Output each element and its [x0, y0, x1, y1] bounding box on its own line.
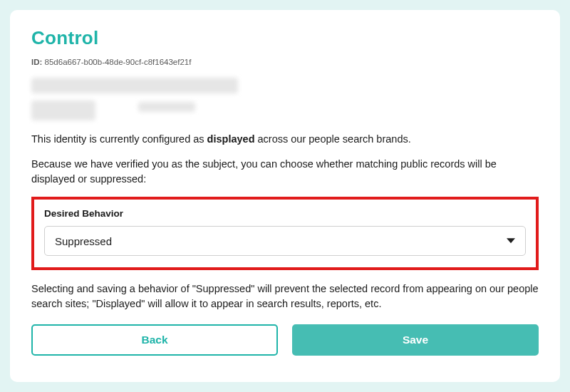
instruction-text: Because we have verified you as the subj… — [31, 157, 539, 187]
id-value: 85d6a667-b00b-48de-90cf-c8f1643ef21f — [45, 58, 192, 66]
status-text: This identity is currently configured as… — [31, 132, 539, 147]
chevron-down-icon — [507, 238, 515, 243]
control-card: Control ID: 85d6a667-b00b-48de-90cf-c8f1… — [10, 10, 560, 382]
redacted-detail-2 — [138, 102, 195, 112]
redacted-identity-block — [31, 78, 539, 120]
desired-behavior-section: Desired Behavior Suppressed — [31, 197, 539, 270]
redacted-name — [31, 78, 238, 93]
button-row: Back Save — [31, 324, 539, 356]
status-bold: displayed — [207, 133, 255, 145]
desired-behavior-label: Desired Behavior — [44, 208, 526, 219]
desired-behavior-select[interactable]: Suppressed — [44, 226, 526, 256]
help-text: Selecting and saving a behavior of "Supp… — [31, 282, 539, 311]
page-title: Control — [31, 27, 539, 49]
back-button[interactable]: Back — [31, 324, 278, 356]
desired-behavior-selected-value: Suppressed — [55, 235, 112, 247]
status-prefix: This identity is currently configured as — [31, 133, 207, 145]
identity-id-line: ID: 85d6a667-b00b-48de-90cf-c8f1643ef21f — [31, 58, 539, 66]
id-label: ID: — [31, 58, 42, 66]
redacted-detail-1 — [31, 100, 95, 120]
save-button[interactable]: Save — [292, 324, 539, 356]
status-suffix: across our people search brands. — [255, 133, 411, 145]
